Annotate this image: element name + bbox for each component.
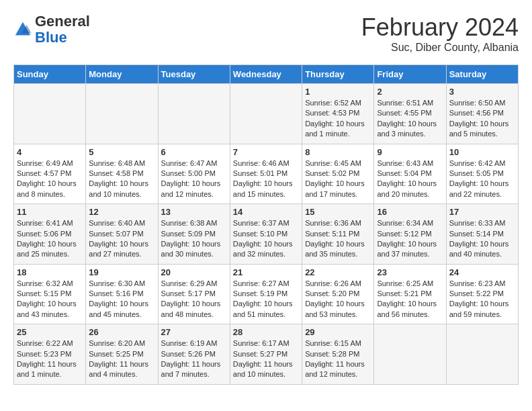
calendar-week-row: 11Sunrise: 6:41 AM Sunset: 5:06 PM Dayli… xyxy=(14,204,519,265)
day-number: 15 xyxy=(305,207,371,217)
day-number: 5 xyxy=(89,147,154,157)
calendar-cell: 16Sunrise: 6:34 AM Sunset: 5:12 PM Dayli… xyxy=(374,204,446,265)
title-block: February 2024 Suc, Diber County, Albania xyxy=(361,13,519,54)
day-info: Sunrise: 6:17 AM Sunset: 5:27 PM Dayligh… xyxy=(233,338,299,380)
day-number: 23 xyxy=(377,267,443,277)
day-info: Sunrise: 6:43 AM Sunset: 5:04 PM Dayligh… xyxy=(377,158,443,200)
day-info: Sunrise: 6:30 AM Sunset: 5:16 PM Dayligh… xyxy=(89,279,154,320)
day-info: Sunrise: 6:49 AM Sunset: 4:57 PM Dayligh… xyxy=(17,158,83,200)
day-number: 20 xyxy=(161,267,227,277)
logo: General Blue xyxy=(13,13,90,46)
day-info: Sunrise: 6:47 AM Sunset: 5:00 PM Dayligh… xyxy=(161,158,227,200)
calendar-cell: 20Sunrise: 6:29 AM Sunset: 5:17 PM Dayli… xyxy=(158,264,230,324)
weekday-header: Saturday xyxy=(446,65,518,84)
day-number: 19 xyxy=(89,267,154,277)
calendar-cell xyxy=(86,84,158,144)
calendar-header: SundayMondayTuesdayWednesdayThursdayFrid… xyxy=(14,65,519,84)
day-number: 21 xyxy=(233,267,299,277)
day-info: Sunrise: 6:32 AM Sunset: 5:15 PM Dayligh… xyxy=(17,279,83,320)
calendar-cell: 4Sunrise: 6:49 AM Sunset: 4:57 PM Daylig… xyxy=(14,144,86,204)
calendar-cell: 5Sunrise: 6:48 AM Sunset: 4:58 PM Daylig… xyxy=(86,144,158,204)
day-number: 2 xyxy=(377,87,443,97)
day-number: 18 xyxy=(17,267,83,277)
day-info: Sunrise: 6:20 AM Sunset: 5:25 PM Dayligh… xyxy=(89,338,154,380)
day-number: 8 xyxy=(305,147,371,157)
calendar-body: 1Sunrise: 6:52 AM Sunset: 4:53 PM Daylig… xyxy=(14,84,519,385)
day-info: Sunrise: 6:37 AM Sunset: 5:10 PM Dayligh… xyxy=(233,218,299,260)
calendar-cell: 12Sunrise: 6:40 AM Sunset: 5:07 PM Dayli… xyxy=(86,204,158,265)
weekday-row: SundayMondayTuesdayWednesdayThursdayFrid… xyxy=(14,65,519,84)
day-number: 9 xyxy=(377,147,443,157)
calendar-week-row: 1Sunrise: 6:52 AM Sunset: 4:53 PM Daylig… xyxy=(14,84,519,144)
day-info: Sunrise: 6:40 AM Sunset: 5:07 PM Dayligh… xyxy=(89,218,154,260)
calendar-cell: 9Sunrise: 6:43 AM Sunset: 5:04 PM Daylig… xyxy=(374,144,446,204)
calendar-cell: 1Sunrise: 6:52 AM Sunset: 4:53 PM Daylig… xyxy=(302,84,374,144)
day-number: 6 xyxy=(161,147,227,157)
calendar-week-row: 18Sunrise: 6:32 AM Sunset: 5:15 PM Dayli… xyxy=(14,264,519,324)
page-header: General Blue February 2024 Suc, Diber Co… xyxy=(13,13,519,54)
calendar-cell: 19Sunrise: 6:30 AM Sunset: 5:16 PM Dayli… xyxy=(86,264,158,324)
calendar-week-row: 4Sunrise: 6:49 AM Sunset: 4:57 PM Daylig… xyxy=(14,144,519,204)
day-info: Sunrise: 6:33 AM Sunset: 5:14 PM Dayligh… xyxy=(449,218,515,260)
day-number: 27 xyxy=(161,327,227,337)
day-info: Sunrise: 6:19 AM Sunset: 5:26 PM Dayligh… xyxy=(161,338,227,380)
calendar-cell: 3Sunrise: 6:50 AM Sunset: 4:56 PM Daylig… xyxy=(446,84,518,144)
calendar-cell: 29Sunrise: 6:15 AM Sunset: 5:28 PM Dayli… xyxy=(302,324,374,385)
calendar-cell: 27Sunrise: 6:19 AM Sunset: 5:26 PM Dayli… xyxy=(158,324,230,385)
day-info: Sunrise: 6:51 AM Sunset: 4:55 PM Dayligh… xyxy=(377,98,443,140)
day-number: 17 xyxy=(449,207,515,217)
calendar-table: SundayMondayTuesdayWednesdayThursdayFrid… xyxy=(13,64,519,385)
weekday-header: Thursday xyxy=(302,65,374,84)
calendar-cell: 15Sunrise: 6:36 AM Sunset: 5:11 PM Dayli… xyxy=(302,204,374,265)
calendar-cell: 8Sunrise: 6:45 AM Sunset: 5:02 PM Daylig… xyxy=(302,144,374,204)
calendar-cell: 6Sunrise: 6:47 AM Sunset: 5:00 PM Daylig… xyxy=(158,144,230,204)
day-number: 13 xyxy=(161,207,227,217)
day-info: Sunrise: 6:38 AM Sunset: 5:09 PM Dayligh… xyxy=(161,218,227,260)
calendar-cell: 28Sunrise: 6:17 AM Sunset: 5:27 PM Dayli… xyxy=(230,324,302,385)
calendar-cell: 18Sunrise: 6:32 AM Sunset: 5:15 PM Dayli… xyxy=(14,264,86,324)
calendar-cell: 17Sunrise: 6:33 AM Sunset: 5:14 PM Dayli… xyxy=(446,204,518,265)
calendar-cell: 23Sunrise: 6:25 AM Sunset: 5:21 PM Dayli… xyxy=(374,264,446,324)
day-number: 22 xyxy=(305,267,371,277)
day-number: 12 xyxy=(89,207,154,217)
calendar-cell: 24Sunrise: 6:23 AM Sunset: 5:22 PM Dayli… xyxy=(446,264,518,324)
weekday-header: Tuesday xyxy=(158,65,230,84)
day-info: Sunrise: 6:46 AM Sunset: 5:01 PM Dayligh… xyxy=(233,158,299,200)
calendar-cell xyxy=(14,84,86,144)
day-info: Sunrise: 6:45 AM Sunset: 5:02 PM Dayligh… xyxy=(305,158,371,200)
subtitle: Suc, Diber County, Albania xyxy=(361,42,519,54)
day-number: 7 xyxy=(233,147,299,157)
day-info: Sunrise: 6:50 AM Sunset: 4:56 PM Dayligh… xyxy=(449,98,515,140)
calendar-cell: 11Sunrise: 6:41 AM Sunset: 5:06 PM Dayli… xyxy=(14,204,86,265)
day-number: 3 xyxy=(449,87,515,97)
day-info: Sunrise: 6:27 AM Sunset: 5:19 PM Dayligh… xyxy=(233,279,299,320)
calendar-cell: 21Sunrise: 6:27 AM Sunset: 5:19 PM Dayli… xyxy=(230,264,302,324)
calendar-cell: 26Sunrise: 6:20 AM Sunset: 5:25 PM Dayli… xyxy=(86,324,158,385)
calendar-cell: 7Sunrise: 6:46 AM Sunset: 5:01 PM Daylig… xyxy=(230,144,302,204)
calendar-cell: 22Sunrise: 6:26 AM Sunset: 5:20 PM Dayli… xyxy=(302,264,374,324)
logo-icon xyxy=(13,20,32,39)
weekday-header: Sunday xyxy=(14,65,86,84)
day-number: 29 xyxy=(305,327,371,337)
day-number: 24 xyxy=(449,267,515,277)
day-number: 16 xyxy=(377,207,443,217)
day-number: 1 xyxy=(305,87,371,97)
day-number: 14 xyxy=(233,207,299,217)
day-info: Sunrise: 6:41 AM Sunset: 5:06 PM Dayligh… xyxy=(17,218,83,260)
weekday-header: Monday xyxy=(86,65,158,84)
logo-text: General Blue xyxy=(35,13,90,46)
day-number: 28 xyxy=(233,327,299,337)
calendar-cell xyxy=(446,324,518,385)
day-info: Sunrise: 6:48 AM Sunset: 4:58 PM Dayligh… xyxy=(89,158,154,200)
day-number: 25 xyxy=(17,327,83,337)
day-info: Sunrise: 6:22 AM Sunset: 5:23 PM Dayligh… xyxy=(17,338,83,380)
calendar-cell xyxy=(230,84,302,144)
day-number: 4 xyxy=(17,147,83,157)
calendar-cell: 14Sunrise: 6:37 AM Sunset: 5:10 PM Dayli… xyxy=(230,204,302,265)
day-info: Sunrise: 6:29 AM Sunset: 5:17 PM Dayligh… xyxy=(161,279,227,320)
calendar-cell: 10Sunrise: 6:42 AM Sunset: 5:05 PM Dayli… xyxy=(446,144,518,204)
day-info: Sunrise: 6:42 AM Sunset: 5:05 PM Dayligh… xyxy=(449,158,515,200)
calendar-cell xyxy=(158,84,230,144)
weekday-header: Wednesday xyxy=(230,65,302,84)
day-number: 10 xyxy=(449,147,515,157)
